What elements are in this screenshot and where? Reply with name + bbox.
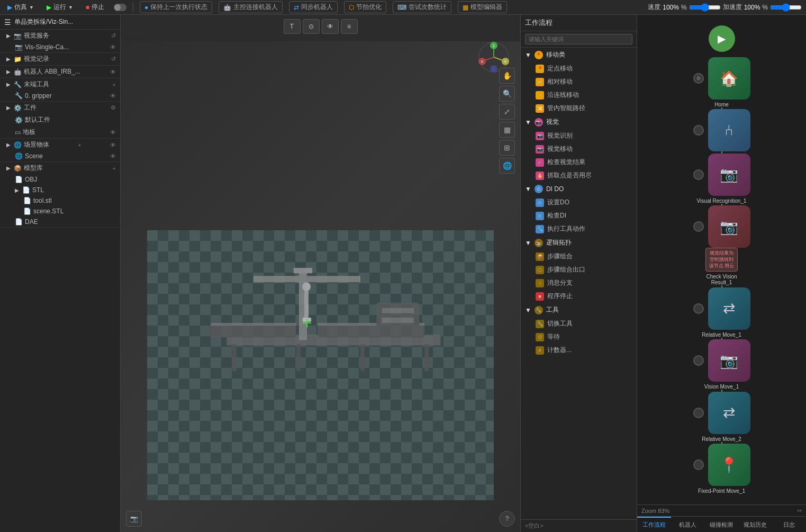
item-msg-branch[interactable]: ⑃ 消息分支 [521, 276, 637, 290]
eye-icon[interactable]: 👁 [110, 44, 116, 50]
tree-scene-stl[interactable]: 📄 scene.STL [0, 206, 120, 217]
global-tool-btn[interactable]: 🌐 [499, 158, 515, 174]
side-connector-relmove1 [693, 303, 704, 314]
item-smart-path[interactable]: 🔀 管内智能路径 [521, 102, 637, 115]
vp-list-btn[interactable]: ≡ [341, 19, 358, 34]
item-check-di[interactable]: ⊙ 检查DI [521, 209, 637, 222]
item-prog-stop[interactable]: ■ 程序停止 [521, 290, 637, 303]
item-step-group[interactable]: 📦 步骤组合 [521, 250, 637, 263]
category-logic-icon: 📚 [535, 239, 543, 247]
category-vision-icon: 📷 [535, 118, 543, 127]
category-vision[interactable]: ▼ 📷 视觉 [521, 115, 637, 129]
category-dido[interactable]: ▼ ⊙ DI DO [521, 182, 637, 196]
item-wait[interactable]: ⏱ 等待 [521, 330, 637, 344]
item-fixed-move[interactable]: 📍 定点移动 [521, 62, 637, 75]
item-switch-tool[interactable]: 🔧 切换工具 [521, 317, 637, 330]
tree-model-lib[interactable]: ▶ 📦 模型库 + [0, 162, 120, 174]
add-icon2[interactable]: + [78, 142, 81, 148]
node-relmove2-box[interactable]: ⇄ [708, 392, 750, 434]
workflow-library-panel: 工作流程 ▼ 📍 移动类 📍 定点移动 ⇄ 相对移动 → 沿连线移动 [520, 15, 637, 532]
node-relmove1-box[interactable]: ⇄ [708, 287, 750, 330]
tab-robot[interactable]: 机器人 [671, 517, 705, 532]
vp-text-btn[interactable]: T [284, 19, 301, 34]
item-check-vision[interactable]: ✓ 检查视觉结果 [521, 156, 637, 169]
eye-icon6[interactable]: 👁 [110, 153, 116, 159]
vp-target-btn[interactable]: ⊙ [303, 19, 320, 34]
category-logic[interactable]: ▼ 📚 逻辑拓扑 [521, 236, 637, 250]
category-move[interactable]: ▼ 📍 移动类 [521, 48, 637, 62]
tree-vis-single-ca[interactable]: 📷 Vis-Single-Ca... 👁 [0, 42, 120, 52]
tree-gripper[interactable]: 🔧 0. gripper 👁 [0, 91, 120, 101]
item-grab-exhausted[interactable]: ✋ 抓取点是否用尽 [521, 169, 637, 182]
tab-workflow[interactable]: 工作流程 [637, 517, 671, 532]
viewport-3d[interactable]: 📷 ? [121, 41, 520, 532]
tree-dae[interactable]: 📄 DAE [0, 217, 120, 227]
tree-floor[interactable]: ▭ 地板 👁 [0, 126, 120, 138]
workflow-search-input[interactable] [525, 34, 632, 44]
run-button[interactable]: ▶ 运行 ▼ [43, 2, 76, 13]
eye-icon5[interactable]: 👁 [110, 142, 116, 148]
tree-end-tool[interactable]: ▶ 🔧 末端工具 + [0, 78, 120, 91]
node-fixedmove-box[interactable]: 📍 [708, 444, 750, 486]
speed-slider[interactable] [689, 3, 721, 12]
category-tools[interactable]: ▼ 🔧 工具 [521, 303, 637, 317]
tree-stl[interactable]: ▶ 📄 STL [0, 185, 120, 195]
item-line-move[interactable]: → 沿连线移动 [521, 88, 637, 102]
grid-tool-btn[interactable]: ▦ [499, 122, 515, 138]
sim-button[interactable]: ▶ 仿真 ▼ [4, 2, 37, 13]
tree-scene[interactable]: 🌐 Scene 👁 [0, 151, 120, 161]
item-step-exit[interactable]: ⬡ 步骤组合出口 [521, 263, 637, 276]
item-icon12: 📦 [536, 253, 544, 261]
refresh-icon2[interactable]: ↺ [111, 56, 116, 62]
measure-tool-btn[interactable]: ⊞ [499, 140, 515, 156]
tree-obj[interactable]: 📄 OBJ [0, 174, 120, 185]
tree-scene-objects[interactable]: ▶ 🌐 场景物体 + 👁 [0, 139, 120, 151]
add-icon1[interactable]: + [113, 82, 116, 88]
flow-node-visual-recog: 📷 Visual Recognition_1 [693, 154, 750, 204]
tab-log[interactable]: 日志 [772, 517, 806, 532]
item-relative-move[interactable]: ⇄ 相对移动 [521, 75, 637, 88]
gear-icon2[interactable]: ⚙ [111, 104, 116, 111]
side-connector-vision [693, 169, 704, 180]
node-visionmove-box[interactable]: 📷 [708, 339, 750, 382]
vp-eye-btn[interactable]: 👁 [322, 19, 339, 34]
tree-vision-records[interactable]: ▶ 📁 视觉记录 ↺ [0, 53, 120, 65]
item-set-do[interactable]: ⊙ 设置DO [521, 196, 637, 209]
node-vision-box[interactable]: 📷 [708, 154, 750, 196]
node-home-box[interactable]: 🏠 [708, 57, 750, 100]
status-master: 🤖 主控连接机器人 [219, 1, 283, 13]
accel-slider[interactable] [770, 3, 802, 12]
flow-node-relative-move-1: ⇄ Relative Move_1 [693, 287, 750, 338]
node-check-box[interactable]: 📷 [708, 205, 750, 248]
tree-workpiece[interactable]: ▶ ⚙️ 工件 ⚙ [0, 102, 120, 114]
tree-vision-services[interactable]: ▶ 📷 视觉服务 ↺ [0, 30, 120, 42]
tab-plan-history[interactable]: 规划历史 [738, 517, 772, 532]
eye-icon2[interactable]: 👁 [110, 69, 116, 75]
section-model-lib: ▶ 📦 模型库 + 📄 OBJ ▶ 📄 STL 📄 tool.stl 📄 sce… [0, 162, 120, 228]
viewport-toolbar: T ⊙ 👁 ≡ [284, 19, 358, 34]
item-vision-recog[interactable]: 📷 视觉识别 [521, 129, 637, 142]
eye-icon4[interactable]: 👁 [110, 129, 116, 136]
eye-icon3[interactable]: 👁 [110, 93, 116, 99]
zoom-tool-btn[interactable]: 🔍 [499, 86, 515, 102]
fit-tool-btn[interactable]: ⤢ [499, 104, 515, 120]
flow-play-button[interactable]: ▶ [709, 25, 735, 52]
item-exec-tool[interactable]: 🔧 执行工具动作 [521, 222, 637, 236]
node-branch-box[interactable]: ⑃ [708, 109, 750, 151]
tree-default-workpiece[interactable]: ⚙️ 默认工件 [0, 114, 120, 126]
node-check-label: Check Vision Result_1 [695, 274, 748, 285]
zoom-indicator: Zoom 83% ⇔ [637, 504, 806, 516]
stop-button[interactable]: ■ 停止 [83, 2, 107, 13]
help-bottom-btn[interactable]: ? [499, 511, 515, 527]
item-counter[interactable]: # 计数器... [521, 344, 637, 357]
workflow-header: 工作流程 [521, 15, 637, 31]
camera-bottom-btn[interactable]: 📷 [126, 511, 142, 527]
center-viewport: T ⊙ 👁 ≡ Z Y X · [121, 15, 520, 532]
item-vision-move[interactable]: 📷 视觉移动 [521, 142, 637, 156]
add-icon3[interactable]: + [113, 165, 116, 172]
refresh-icon[interactable]: ↺ [111, 32, 116, 39]
tree-tool-stl[interactable]: 📄 tool.stl [0, 195, 120, 206]
hand-tool-btn[interactable]: ✋ [499, 68, 515, 84]
tab-collision[interactable]: 碰撞检测 [705, 517, 739, 532]
tree-robot[interactable]: ▶ 🤖 机器人 ABB_IRB_... 👁 [0, 66, 120, 78]
